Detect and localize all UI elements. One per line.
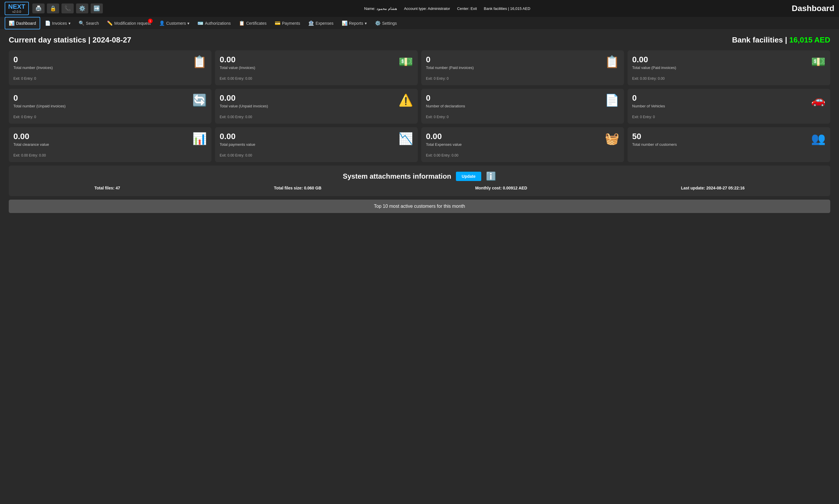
info-icon: ℹ️	[486, 172, 496, 181]
modification-badge: 1	[148, 19, 153, 23]
stat-label: Total clearance value	[13, 142, 207, 147]
expenses-icon: 🏦	[308, 20, 314, 26]
customers-group-icon: 👥	[811, 132, 826, 145]
customers-icon: 👤	[159, 20, 165, 26]
monthly-cost: Monthly cost: 0.00912 AED	[475, 186, 527, 190]
stat-value: 0.00	[220, 93, 413, 103]
stat-card-vehicles[interactable]: 0 Number of Vehicles Exit: 0 Entry: 0 🚗	[628, 89, 830, 124]
declarations-icon: 📄	[605, 93, 619, 107]
stat-value: 0	[632, 93, 826, 103]
stat-value: 0.00	[426, 132, 619, 141]
nav-search[interactable]: 🔍 Search	[75, 17, 102, 29]
stat-sub: Exit: 0 Entry: 0	[13, 115, 207, 119]
stat-label: Total value (Invoices)	[220, 66, 413, 70]
icon-btn-5[interactable]: ➡️	[91, 3, 103, 13]
modification-icon: ✏️	[107, 20, 113, 26]
stat-card-declarations[interactable]: 0 Number of declarations Exit: 0 Entry: …	[421, 89, 624, 124]
nav-certificates-label: Certificates	[246, 21, 267, 25]
nav-customers-label: Customers	[166, 21, 186, 25]
icon-btn-4[interactable]: ⚙️	[76, 3, 88, 13]
nav-reports-label: Reports	[349, 21, 363, 25]
money-stat-icon: 💵	[398, 55, 413, 69]
stat-card-payments[interactable]: 0.00 Total payments value Exit: 0.00 Ent…	[215, 127, 418, 162]
nav-modification-label: Modification request	[114, 21, 151, 25]
attach-stats: Total files: 47 Total files size: 0.060 …	[17, 186, 822, 190]
stats-title: Current day statistics | 2024-08-27	[9, 36, 131, 44]
nav-bar: 📊 Dashboard 📄 Invoices ▾ 🔍 Search ✏️ Mod…	[0, 17, 839, 30]
nav-dashboard[interactable]: 📊 Dashboard	[5, 17, 40, 30]
stat-sub: Exit: 0.00 Entry: 0.00	[220, 76, 413, 80]
bank-facilities: Bank facilities | 16,015 AED	[484, 6, 530, 11]
nav-settings[interactable]: ⚙️ Settings	[372, 17, 400, 29]
attachments-section: System attachments information Update ℹ️…	[9, 166, 830, 196]
nav-payments-label: Payments	[282, 21, 300, 25]
vehicles-icon: 🚗	[811, 93, 826, 107]
stat-card-customers[interactable]: 50 Total number of customers 👥	[628, 127, 830, 162]
account-type: Account type: Administrator	[404, 6, 450, 11]
invoices-icon: 📄	[45, 20, 51, 26]
page-title: Dashboard	[792, 4, 834, 13]
stat-value: 0	[426, 93, 619, 103]
warning-icon: ⚠️	[398, 93, 413, 107]
last-update: Last update: 2024-08-27 05:22:16	[681, 186, 744, 190]
stats-header: Current day statistics | 2024-08-27 Bank…	[9, 36, 830, 44]
stat-sub: Exit: 0.00 Entry: 0.00	[632, 76, 826, 80]
stat-label: Number of Vehicles	[632, 104, 826, 108]
stat-value: 0	[13, 55, 207, 64]
stat-sub: Exit: 0.00 Entry: 0.00	[220, 154, 413, 158]
stat-value: 0.00	[220, 132, 413, 141]
paid-value-icon: 💵	[811, 55, 826, 69]
payments-icon: 💳	[275, 20, 280, 26]
bottom-bar: Top 10 most active customers for this mo…	[9, 200, 830, 213]
paid-invoices-icon: 📋	[605, 55, 619, 69]
stat-sub: Exit: 0 Entry: 0	[426, 115, 619, 119]
invoices-stat-icon: 📋	[192, 55, 207, 69]
settings-icon: ⚙️	[375, 20, 381, 26]
stat-card-clearance[interactable]: 0.00 Total clearance value Exit: 0.00 En…	[9, 127, 211, 162]
nav-authorizations-label: Authorizations	[205, 21, 231, 25]
user-name-label: Name: هشام محمود	[364, 6, 397, 11]
total-files: Total files: 47	[95, 186, 120, 190]
stat-sub: Exit: 0 Entry: 0	[13, 76, 207, 80]
nav-certificates[interactable]: 📋 Certificates	[235, 17, 270, 29]
expenses-basket-icon: 🧺	[605, 132, 619, 145]
stat-card-total-invoices[interactable]: 0 Total number (Invoices) Exit: 0 Entry:…	[9, 50, 211, 85]
authorizations-icon: 🪪	[198, 20, 203, 26]
update-button[interactable]: Update	[456, 172, 481, 181]
icon-btn-2[interactable]: 🔒	[47, 3, 59, 13]
nav-dashboard-label: Dashboard	[16, 21, 36, 25]
reports-icon: 📊	[342, 20, 347, 26]
nav-invoices[interactable]: 📄 Invoices ▾	[41, 17, 74, 29]
nav-expenses[interactable]: 🏦 Expenses	[305, 17, 337, 29]
search-icon: 🔍	[79, 20, 85, 26]
stat-label: Total number of customers	[632, 142, 826, 147]
stat-value: 0.00	[220, 55, 413, 64]
nav-customers[interactable]: 👤 Customers ▾	[156, 17, 193, 29]
stat-label: Total number (Paid invoices)	[426, 66, 619, 70]
nav-reports[interactable]: 📊 Reports ▾	[338, 17, 370, 29]
top-icons: 🖨️ 🔒 📞 ⚙️ ➡️	[32, 3, 103, 13]
stat-card-paid-invoices[interactable]: 0 Total number (Paid invoices) Exit: 0 E…	[421, 50, 624, 85]
nav-search-label: Search	[86, 21, 99, 25]
user-info: Name: هشام محمود Account type: Administr…	[106, 6, 788, 11]
nav-payments[interactable]: 💳 Payments	[271, 17, 304, 29]
stat-card-value-invoices[interactable]: 0.00 Total value (Invoices) Exit: 0.00 E…	[215, 50, 418, 85]
logo: NEXT v2.0.0	[5, 2, 29, 15]
clearance-icon: 📊	[192, 132, 207, 145]
icon-btn-3[interactable]: 📞	[62, 3, 74, 13]
logo-version: v2.0.0	[8, 10, 25, 13]
stat-card-unpaid-value[interactable]: 0.00 Total value (Unpaid invoices) Exit:…	[215, 89, 418, 124]
stat-label: Total number (Invoices)	[13, 66, 207, 70]
nav-expenses-label: Expenses	[315, 21, 333, 25]
stat-sub: Exit: 0.00 Entry: 0.00	[426, 154, 619, 158]
stat-card-paid-value[interactable]: 0.00 Total value (Paid invoices) Exit: 0…	[628, 50, 830, 85]
nav-modification[interactable]: ✏️ Modification request 1	[103, 17, 154, 29]
stat-sub: Exit: 0.00 Entry: 0.00	[13, 154, 207, 158]
nav-settings-label: Settings	[382, 21, 397, 25]
stat-sub: Exit: 0 Entry: 0	[426, 76, 619, 80]
nav-authorizations[interactable]: 🪪 Authorizations	[194, 17, 234, 29]
stat-card-expenses[interactable]: 0.00 Total Expenses value Exit: 0.00 Ent…	[421, 127, 624, 162]
icon-btn-1[interactable]: 🖨️	[32, 3, 45, 13]
nav-invoices-arrow: ▾	[68, 21, 70, 25]
stat-card-unpaid-invoices[interactable]: 0 Total number (Unpaid invoices) Exit: 0…	[9, 89, 211, 124]
